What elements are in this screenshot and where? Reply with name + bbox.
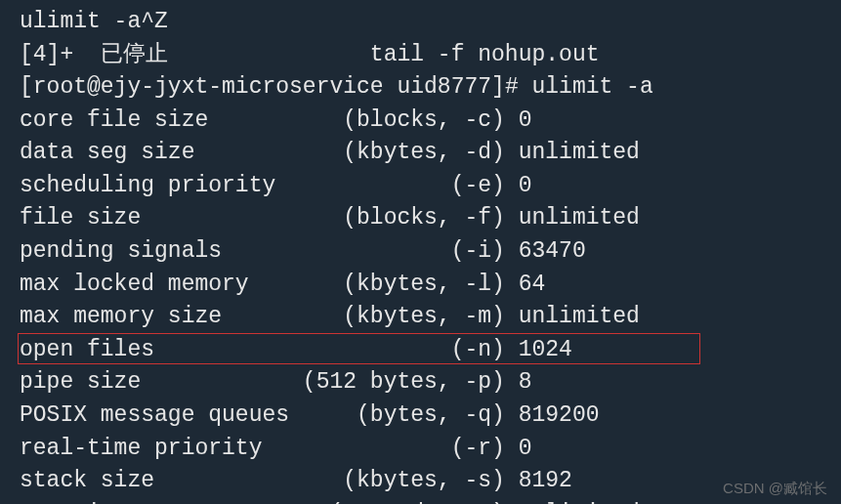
terminal-line: ulimit -a^Z <box>20 6 821 39</box>
terminal-line: stack size (kbytes, -s) 8192 <box>20 465 821 498</box>
watermark-text: CSDN @臧馆长 <box>723 480 827 498</box>
terminal-prompt-line: [root@ejy-jyxt-microservice uid8777]# ul… <box>20 71 821 105</box>
terminal-line: pipe size (512 bytes, -p) 8 <box>20 366 821 399</box>
terminal-output: ulimit -a^Z [4]+ 已停止 tail -f nohup.out [… <box>0 0 841 504</box>
terminal-line: max locked memory (kbytes, -l) 64 <box>20 269 821 302</box>
terminal-line: cpu time (seconds, -t) unlimited <box>20 498 821 504</box>
terminal-line: [4]+ 已停止 tail -f nohup.out <box>20 39 821 72</box>
terminal-line: data seg size (kbytes, -d) unlimited <box>20 137 821 170</box>
terminal-line: POSIX message queues (bytes, -q) 819200 <box>20 399 821 433</box>
terminal-line: max memory size (kbytes, -m) unlimited <box>20 301 821 334</box>
terminal-line: core file size (blocks, -c) 0 <box>20 105 821 138</box>
terminal-line-open-files: open files (-n) 1024 <box>20 334 821 367</box>
terminal-line: pending signals (-i) 63470 <box>20 235 821 269</box>
terminal-line: real-time priority (-r) 0 <box>20 433 821 466</box>
terminal-line: file size (blocks, -f) unlimited <box>20 202 821 235</box>
terminal-line: scheduling priority (-e) 0 <box>20 170 821 203</box>
